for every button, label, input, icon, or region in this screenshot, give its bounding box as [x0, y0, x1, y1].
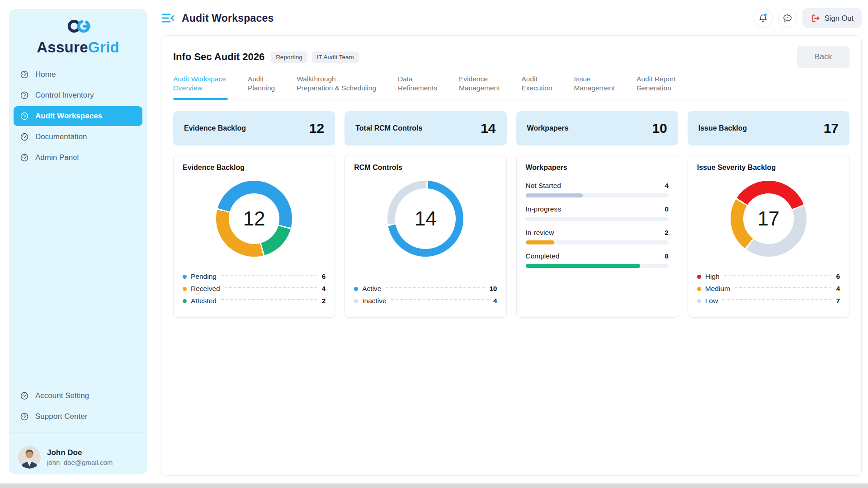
- legend-row-attested: Attested 2: [183, 295, 326, 307]
- workspace-panel: Info Sec Audit 2026 Reporting IT Audit T…: [161, 35, 862, 476]
- sidebar-item-audit-workspaces[interactable]: Audit Workspaces: [14, 106, 142, 126]
- chart-evidence-backlog: Evidence Backlog 12 Pending 6 Received 4…: [173, 155, 335, 318]
- sign-out-label: Sign Out: [825, 14, 854, 23]
- workspace-tabs: Audit WorkspaceOverview AuditPlanning Wa…: [173, 75, 849, 99]
- chart-issue-severity-backlog: Issue Severity Backlog 17 High 6 Medium …: [688, 155, 849, 318]
- user-name: John Doe: [47, 448, 113, 457]
- stat-issue-backlog: Issue Backlog 17: [688, 111, 849, 145]
- sign-out-button[interactable]: Sign Out: [802, 8, 862, 28]
- bell-icon: [758, 13, 768, 23]
- badge-team: IT Audit Team: [312, 52, 359, 63]
- legend-row-inactive: Inactive 4: [354, 295, 497, 307]
- tab-audit-planning[interactable]: AuditPlanning: [248, 75, 275, 99]
- sidebar-item-account-setting[interactable]: Account Setting: [14, 386, 142, 406]
- issue-severity-donut: 17: [731, 181, 807, 257]
- gauge-icon: [20, 153, 29, 162]
- sidebar-item-home[interactable]: Home: [14, 65, 142, 84]
- user-email: john_doe@gmail.com: [47, 459, 113, 466]
- notifications-button[interactable]: [754, 9, 773, 28]
- sidebar: AssureGrid Home Control Inventory Audit …: [9, 9, 147, 474]
- sidebar-nav: Home Control Inventory Audit Workspaces …: [9, 57, 147, 169]
- chart-workpapers: Workpapers Not Started4 In-progress0 In-…: [516, 155, 678, 318]
- rcm-controls-donut: 14: [387, 181, 463, 257]
- legend-row-pending: Pending 6: [183, 271, 326, 283]
- stat-cards: Evidence Backlog 12 Total RCM Controls 1…: [173, 111, 849, 145]
- tab-evidence-management[interactable]: EvidenceManagement: [459, 75, 500, 99]
- gauge-icon: [20, 132, 29, 141]
- sidebar-item-admin-panel[interactable]: Admin Panel: [14, 148, 142, 168]
- gauge-icon: [20, 70, 29, 79]
- legend: Active 10 Inactive 4: [354, 283, 497, 307]
- stat-evidence-backlog: Evidence Backlog 12: [173, 111, 335, 145]
- legend-row-high: High 6: [697, 271, 840, 283]
- avatar: [18, 446, 41, 469]
- chart-rcm-controls: RCM Controls 14 Active 10 Inactive 4: [344, 155, 506, 318]
- tab-walkthrough-preparation[interactable]: WalkthroughPreparation & Scheduling: [297, 75, 376, 99]
- bar-not-started: Not Started4: [526, 182, 669, 197]
- page-title: Audit Workspaces: [182, 12, 274, 24]
- sidebar-item-label: Home: [35, 70, 56, 79]
- app-name: AssureGrid: [37, 39, 119, 56]
- bar-in-progress: In-progress0: [526, 205, 669, 221]
- bar-in-review: In-review2: [526, 229, 669, 244]
- stat-workpapers: Workpapers 10: [516, 111, 678, 145]
- sidebar-item-label: Admin Panel: [35, 153, 79, 162]
- legend-row-low: Low 7: [697, 295, 840, 307]
- sidebar-item-control-inventory[interactable]: Control Inventory: [14, 85, 142, 105]
- donut-center-value: 14: [395, 188, 456, 249]
- tab-audit-workspace-overview[interactable]: Audit WorkspaceOverview: [173, 75, 226, 99]
- sidebar-item-support-center[interactable]: Support Center: [14, 407, 142, 427]
- topbar: Audit Workspaces Sign Out: [161, 6, 862, 30]
- user-profile[interactable]: John Doe john_doe@gmail.com: [9, 432, 147, 474]
- sidebar-item-label: Control Inventory: [35, 91, 94, 100]
- chart-cards: Evidence Backlog 12 Pending 6 Received 4…: [173, 155, 849, 318]
- legend-row-medium: Medium 4: [697, 283, 840, 295]
- gauge-icon: [20, 112, 29, 121]
- badge-reporting: Reporting: [271, 52, 307, 63]
- gauge-icon: [20, 91, 29, 100]
- bar-completed: Completed8: [526, 252, 669, 268]
- legend-row-received: Received 4: [183, 283, 326, 295]
- donut-center-value: 12: [229, 193, 279, 244]
- messages-button[interactable]: [778, 9, 797, 28]
- tab-audit-execution[interactable]: AuditExecution: [522, 75, 552, 99]
- sidebar-item-label: Audit Workspaces: [35, 112, 102, 121]
- app-logo: AssureGrid: [9, 9, 147, 57]
- legend: High 6 Medium 4 Low 7: [697, 271, 840, 307]
- sidebar-item-label: Support Center: [35, 412, 87, 421]
- back-button[interactable]: Back: [797, 46, 849, 68]
- sidebar-item-label: Account Setting: [35, 391, 89, 400]
- stat-total-rcm-controls: Total RCM Controls 14: [344, 111, 506, 145]
- sidebar-item-label: Documentation: [35, 132, 87, 141]
- chat-icon: [783, 13, 793, 23]
- sidebar-footer-nav: Account Setting Support Center: [9, 379, 147, 432]
- donut-center-value: 17: [743, 193, 794, 244]
- gauge-icon: [20, 412, 29, 421]
- tab-data-refinements[interactable]: DataRefinements: [398, 75, 437, 99]
- app-logo-icon: [63, 16, 93, 38]
- legend: Pending 6 Received 4 Attested 2: [183, 271, 326, 307]
- tab-issue-management[interactable]: IssueManagement: [574, 75, 615, 99]
- sidebar-item-documentation[interactable]: Documentation: [14, 127, 142, 147]
- window-bottom-edge: [0, 483, 868, 488]
- sign-out-icon: [811, 14, 820, 23]
- gauge-icon: [20, 391, 29, 400]
- workpapers-bars: Not Started4 In-progress0 In-review2 Com…: [526, 182, 669, 276]
- sidebar-collapse-icon[interactable]: [161, 12, 175, 24]
- evidence-backlog-donut: 12: [216, 181, 292, 257]
- workspace-title: Info Sec Audit 2026: [173, 51, 264, 63]
- tab-audit-report-generation[interactable]: Audit ReportGeneration: [637, 75, 675, 99]
- legend-row-active: Active 10: [354, 283, 497, 295]
